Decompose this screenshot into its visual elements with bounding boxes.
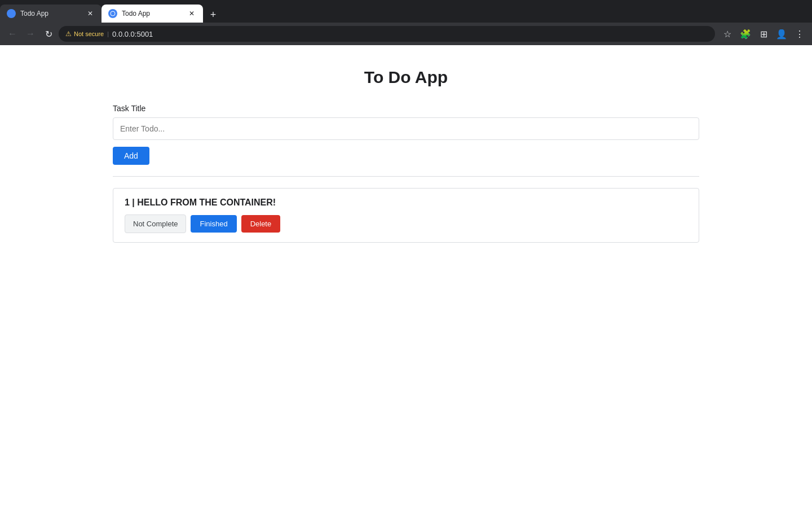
task-input[interactable] [113, 117, 699, 140]
todo-item-actions: Not Complete Finished Delete [125, 214, 687, 233]
bookmark-star-icon[interactable]: ☆ [720, 26, 735, 42]
form-section: Task Title Add [113, 104, 699, 165]
tab-2-title: Todo App [122, 10, 183, 17]
media-router-icon[interactable]: ⊞ [756, 26, 771, 42]
tab-1-title: Todo App [20, 10, 81, 17]
tab-1-close-icon[interactable]: ✕ [86, 9, 95, 18]
security-warning: ⚠ Not secure [65, 30, 104, 38]
finished-button[interactable]: Finished [191, 215, 236, 233]
not-complete-button[interactable]: Not Complete [125, 214, 186, 233]
add-button[interactable]: Add [113, 147, 149, 165]
extensions-icon[interactable]: 🧩 [738, 26, 753, 42]
divider [113, 176, 699, 177]
back-button[interactable]: ← [5, 26, 20, 42]
table-row: 1 | HELLO FROM THE CONTAINER! Not Comple… [113, 188, 699, 243]
app-title: To Do App [113, 68, 699, 87]
menu-icon[interactable]: ⋮ [792, 26, 807, 42]
new-tab-button[interactable]: + [205, 7, 221, 23]
delete-button[interactable]: Delete [241, 215, 281, 233]
address-box[interactable]: ⚠ Not secure | 0.0.0.0:5001 [59, 26, 715, 42]
profile-icon[interactable]: 👤 [774, 26, 789, 42]
security-label: Not secure [74, 30, 104, 37]
task-title-label: Task Title [113, 104, 699, 113]
svg-point-0 [8, 11, 14, 16]
tab-2-favicon-icon [108, 9, 117, 18]
tab-2[interactable]: Todo App ✕ [102, 5, 203, 23]
todo-list: 1 | HELLO FROM THE CONTAINER! Not Comple… [113, 188, 699, 243]
toolbar-icons: ☆ 🧩 ⊞ 👤 ⋮ [720, 26, 807, 42]
address-bar-row: ← → ↻ ⚠ Not secure | 0.0.0.0:5001 ☆ 🧩 ⊞ … [0, 23, 812, 45]
forward-button[interactable]: → [23, 26, 38, 42]
tab-2-close-icon[interactable]: ✕ [187, 9, 196, 18]
reload-button[interactable]: ↻ [41, 26, 56, 42]
tab-1[interactable]: Todo App ✕ [0, 5, 102, 23]
app-container: To Do App Task Title Add 1 | HELLO FROM … [102, 68, 710, 243]
address-url: 0.0.0.0:5001 [112, 30, 153, 38]
warning-icon: ⚠ [65, 30, 72, 38]
address-separator: | [107, 30, 109, 37]
tab-1-favicon-icon [7, 9, 16, 18]
page-content: To Do App Task Title Add 1 | HELLO FROM … [0, 45, 812, 508]
browser-chrome: Todo App ✕ Todo App ✕ + ← → ↻ ⚠ Not secu… [0, 0, 812, 45]
tab-bar: Todo App ✕ Todo App ✕ + [0, 0, 812, 23]
todo-item-title: 1 | HELLO FROM THE CONTAINER! [125, 198, 687, 208]
